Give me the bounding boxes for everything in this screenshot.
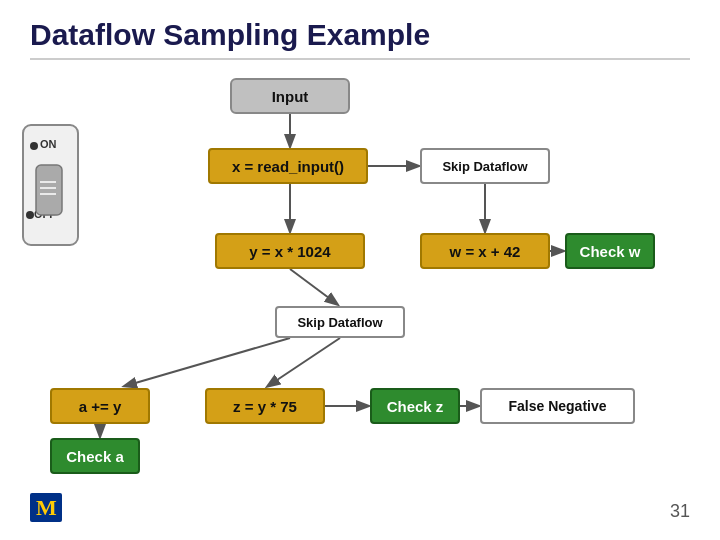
a-node: a += y (50, 388, 150, 424)
diagram-area: Input x = read_input() Skip Dataflow y =… (30, 78, 690, 478)
check-z-node: Check z (370, 388, 460, 424)
skip-dataflow-1-node: Skip Dataflow (420, 148, 550, 184)
input-node: Input (230, 78, 350, 114)
y-node: y = x * 1024 (215, 233, 365, 269)
w-node: w = x + 42 (420, 233, 550, 269)
z-node: z = y * 75 (205, 388, 325, 424)
svg-line-16 (268, 338, 340, 386)
false-negative-node: False Negative (480, 388, 635, 424)
page-number: 31 (670, 501, 690, 522)
read-input-node: x = read_input() (208, 148, 368, 184)
slide: Dataflow Sampling Example ON OFF (0, 0, 720, 540)
check-a-node: Check a (50, 438, 140, 474)
svg-line-15 (125, 338, 290, 386)
svg-line-14 (290, 269, 337, 304)
check-w-node: Check w (565, 233, 655, 269)
michigan-logo: M (30, 490, 62, 522)
page-title: Dataflow Sampling Example (30, 18, 690, 60)
skip-dataflow-2-node: Skip Dataflow (275, 306, 405, 338)
